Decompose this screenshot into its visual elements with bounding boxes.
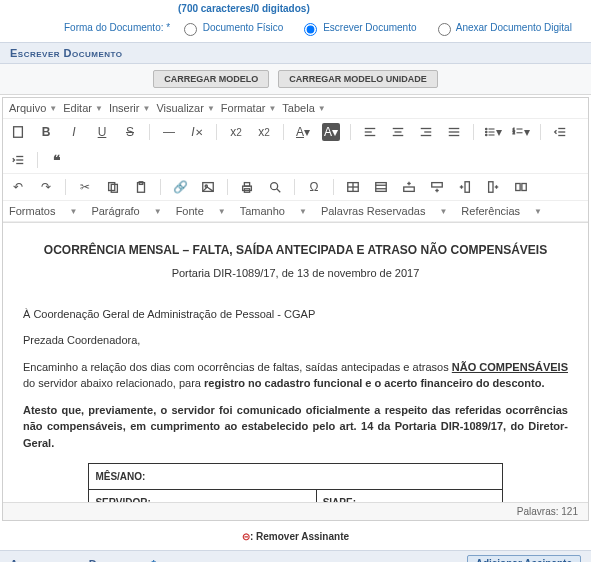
italic-icon[interactable]: I — [65, 123, 83, 141]
svg-point-14 — [486, 131, 488, 133]
carregar-modelo-button[interactable]: CARREGAR MODELO — [153, 70, 269, 88]
opt-palavras-reservadas[interactable]: Palavras Reservadas▼ — [321, 205, 447, 217]
svg-rect-49 — [432, 183, 443, 187]
link-icon[interactable]: 🔗 — [171, 178, 189, 196]
outdent-icon[interactable] — [551, 123, 569, 141]
underline-icon[interactable]: U — [93, 123, 111, 141]
svg-line-39 — [277, 189, 281, 193]
menu-visualizar[interactable]: Visualizar▼ — [156, 102, 214, 114]
carregar-modelo-unidade-button[interactable]: CARREGAR MODELO UNIDADE — [278, 70, 438, 88]
undo-icon[interactable]: ↶ — [9, 178, 27, 196]
svg-rect-0 — [14, 127, 23, 138]
paste-icon[interactable] — [132, 178, 150, 196]
redo-icon[interactable]: ↷ — [37, 178, 55, 196]
align-justify-icon[interactable] — [445, 123, 463, 141]
cell-servidor: SERVIDOR: — [89, 490, 316, 503]
new-doc-icon[interactable] — [9, 123, 27, 141]
clear-format-icon[interactable]: I✕ — [188, 123, 206, 141]
cut-icon[interactable]: ✂ — [76, 178, 94, 196]
adicionar-assinante-button[interactable]: Adicionar Assinante — [467, 555, 581, 562]
menu-tabela[interactable]: Tabela▼ — [282, 102, 325, 114]
table2-icon[interactable] — [372, 178, 390, 196]
radio-anexar-digital[interactable]: Anexar Documento Digital — [433, 20, 572, 36]
superscript-icon[interactable]: x2 — [255, 123, 273, 141]
align-left-icon[interactable] — [361, 123, 379, 141]
radio-doc-fisico[interactable]: Documento Físico — [179, 20, 283, 36]
editor-toolbar-1: B I U S ― I✕ x2 x2 A▾ A▾ ▾ 12▾ ❝ — [3, 119, 588, 174]
svg-rect-46 — [404, 187, 415, 191]
radio-escrever-doc[interactable]: Escrever Documento — [299, 20, 416, 36]
section-escrever-documento: Escrever Documento — [0, 42, 591, 64]
bold-icon[interactable]: B — [37, 123, 55, 141]
cell-mes-ano: MÊS/ANO: — [89, 464, 502, 490]
row-before-icon[interactable] — [400, 178, 418, 196]
svg-rect-52 — [465, 182, 469, 193]
svg-rect-36 — [244, 183, 249, 187]
number-list-icon[interactable]: 12▾ — [512, 123, 530, 141]
editor-options-row: Formatos▼ Parágrafo▼ Fonte▼ Tamanho▼ Pal… — [3, 201, 588, 222]
remove-assinante-row: ⊝: Remover Assinante — [0, 523, 591, 550]
doc-line-2: Prezada Coordenadora, — [23, 332, 568, 349]
menu-arquivo[interactable]: Arquivo▼ — [9, 102, 57, 114]
col-before-icon[interactable] — [456, 178, 474, 196]
doc-para-2: Atesto que, previamente, o servidor foi … — [23, 402, 568, 452]
menu-editar[interactable]: Editar▼ — [63, 102, 103, 114]
align-center-icon[interactable] — [389, 123, 407, 141]
indent-icon[interactable] — [9, 151, 27, 169]
bg-color-icon[interactable]: A▾ — [322, 123, 340, 141]
word-count-bar: Palavras: 121 — [3, 502, 588, 520]
svg-point-15 — [486, 134, 488, 136]
opt-referencias[interactable]: Referências▼ — [461, 205, 542, 217]
svg-rect-55 — [489, 182, 493, 193]
opt-paragrafo[interactable]: Parágrafo▼ — [91, 205, 161, 217]
section-assinantes: Assinantes do Documento * — [10, 558, 156, 563]
strike-icon[interactable]: S — [121, 123, 139, 141]
rich-text-editor: Arquivo▼ Editar▼ Inserir▼ Visualizar▼ Fo… — [2, 97, 589, 521]
svg-point-13 — [486, 128, 488, 130]
svg-point-38 — [271, 183, 278, 190]
row-after-icon[interactable] — [428, 178, 446, 196]
doc-table: MÊS/ANO: SERVIDOR: SIAPE: SETOR: TELEFON… — [88, 463, 502, 502]
opt-fonte[interactable]: Fonte▼ — [176, 205, 226, 217]
copy-icon[interactable] — [104, 178, 122, 196]
char-counter: (700 caracteres/0 digitados) — [178, 3, 310, 14]
editor-toolbar-2: ↶ ↷ ✂ 🔗 Ω — [3, 174, 588, 201]
image-icon[interactable] — [199, 178, 217, 196]
doc-line-1: À Coordenação Geral de Administração de … — [23, 306, 568, 323]
hr-icon[interactable]: ― — [160, 123, 178, 141]
svg-rect-59 — [522, 184, 526, 191]
special-char-icon[interactable]: Ω — [305, 178, 323, 196]
print-icon[interactable] — [238, 178, 256, 196]
opt-tamanho[interactable]: Tamanho▼ — [240, 205, 307, 217]
merge-cells-icon[interactable] — [512, 178, 530, 196]
editor-content-area[interactable]: OCORRÊNCIA MENSAL – FALTA, SAÍDA ANTECIP… — [3, 222, 588, 502]
opt-formatos[interactable]: Formatos▼ — [9, 205, 77, 217]
form-doc-row: Forma do Documento: * Documento Físico E… — [0, 16, 591, 42]
form-doc-label: Forma do Documento: * — [64, 22, 170, 33]
remove-icon[interactable]: ⊝ — [242, 531, 250, 542]
font-color-icon[interactable]: A▾ — [294, 123, 312, 141]
bullet-list-icon[interactable]: ▾ — [484, 123, 502, 141]
doc-subtitle: Portaria DIR-1089/17, de 13 de novembro … — [23, 265, 568, 282]
menu-formatar[interactable]: Formatar▼ — [221, 102, 277, 114]
blockquote-icon[interactable]: ❝ — [48, 151, 66, 169]
editor-menubar: Arquivo▼ Editar▼ Inserir▼ Visualizar▼ Fo… — [3, 98, 588, 119]
col-after-icon[interactable] — [484, 178, 502, 196]
table-icon[interactable] — [344, 178, 362, 196]
find-icon[interactable] — [266, 178, 284, 196]
doc-title: OCORRÊNCIA MENSAL – FALTA, SAÍDA ANTECIP… — [23, 241, 568, 259]
menu-inserir[interactable]: Inserir▼ — [109, 102, 150, 114]
svg-text:2: 2 — [513, 131, 515, 135]
align-right-icon[interactable] — [417, 123, 435, 141]
svg-rect-43 — [376, 183, 387, 192]
subscript-icon[interactable]: x2 — [227, 123, 245, 141]
svg-rect-58 — [516, 184, 520, 191]
cell-siape: SIAPE: — [316, 490, 502, 503]
doc-para-1: Encaminho a relação dos dias com ocorrên… — [23, 359, 568, 392]
